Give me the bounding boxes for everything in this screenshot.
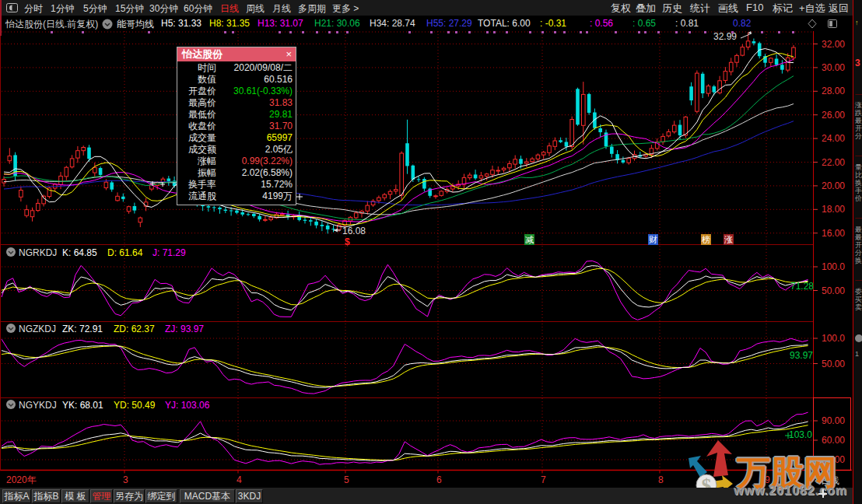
svg-text:18.00: 18.00 xyxy=(822,204,845,215)
svg-text:100.0: 100.0 xyxy=(822,261,845,272)
svg-text:93.97: 93.97 xyxy=(790,350,813,361)
svg-text:28.00: 28.00 xyxy=(822,86,845,96)
svg-text:NGZKDJ: NGZKDJ xyxy=(19,324,56,334)
svg-text:24.00: 24.00 xyxy=(822,133,845,144)
svg-text:K: 64.85: K: 64.85 xyxy=(62,247,97,258)
svg-text:ZD: 62.37: ZD: 62.37 xyxy=(114,324,155,334)
svg-text:20.00: 20.00 xyxy=(822,180,845,191)
svg-text:NGRKDJ: NGRKDJ xyxy=(19,247,57,258)
svg-text:7: 7 xyxy=(541,474,546,485)
svg-text:16.08: 16.08 xyxy=(342,226,366,236)
svg-text:4: 4 xyxy=(237,474,242,485)
svg-text:榜: 榜 xyxy=(702,235,710,244)
svg-text:YK: 68.01: YK: 68.01 xyxy=(62,400,103,411)
svg-text:ZJ: 93.97: ZJ: 93.97 xyxy=(165,324,204,334)
svg-text:YJ: 103.06: YJ: 103.06 xyxy=(165,400,210,411)
svg-text:减: 减 xyxy=(525,235,534,244)
svg-text:50.00: 50.00 xyxy=(822,359,845,369)
svg-text:32.00: 32.00 xyxy=(822,39,845,50)
svg-text:5: 5 xyxy=(344,474,349,485)
svg-text:8: 8 xyxy=(658,474,664,485)
svg-text:J: 71.29: J: 71.29 xyxy=(152,247,186,258)
svg-text:2020年: 2020年 xyxy=(6,474,37,485)
svg-text:71.28: 71.28 xyxy=(790,281,814,292)
svg-text:涨: 涨 xyxy=(724,235,733,244)
svg-text:YD: 50.49: YD: 50.49 xyxy=(114,400,156,411)
svg-text:50.00: 50.00 xyxy=(822,285,845,296)
svg-text:ZK: 72.91: ZK: 72.91 xyxy=(62,324,103,334)
svg-text:财: 财 xyxy=(649,235,657,244)
svg-text:16.00: 16.00 xyxy=(822,228,845,239)
svg-text:$: $ xyxy=(345,236,350,247)
svg-text:22.00: 22.00 xyxy=(822,157,845,168)
svg-text:60.00: 60.00 xyxy=(822,435,845,446)
svg-text:3: 3 xyxy=(123,474,128,485)
svg-text:103.0: 103.0 xyxy=(789,429,812,440)
svg-text:90.00: 90.00 xyxy=(822,415,845,426)
svg-text:D: 61.64: D: 61.64 xyxy=(107,247,143,258)
svg-text:NGYKDJ: NGYKDJ xyxy=(19,400,57,411)
svg-text:26.00: 26.00 xyxy=(822,110,845,121)
svg-text:6: 6 xyxy=(436,474,442,485)
svg-text:30.00: 30.00 xyxy=(822,62,845,73)
svg-text:100.0: 100.0 xyxy=(822,333,845,344)
